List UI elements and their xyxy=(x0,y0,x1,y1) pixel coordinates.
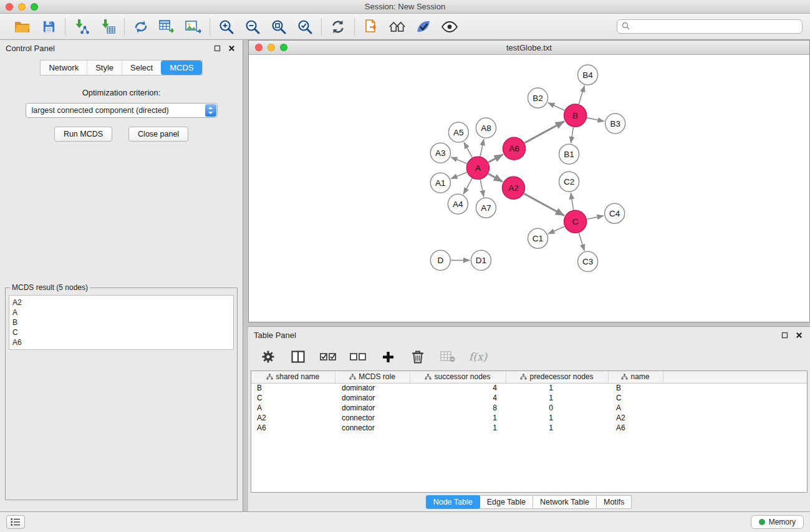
delete-table-icon[interactable] xyxy=(439,348,456,365)
result-item-b[interactable]: B xyxy=(12,317,230,327)
search-field[interactable] xyxy=(617,19,803,34)
zoom-in-icon[interactable] xyxy=(218,18,235,36)
tab-network[interactable]: Network xyxy=(41,60,87,75)
clone-network-icon[interactable] xyxy=(132,18,150,36)
result-item-a2[interactable]: A2 xyxy=(12,297,230,307)
criterion-dropdown[interactable]: largest connected component (directed) xyxy=(26,103,218,118)
table-cell[interactable]: A xyxy=(608,403,663,413)
node-A3[interactable]: A3 xyxy=(430,143,450,163)
edge-A-A3[interactable] xyxy=(451,157,467,163)
tab-network-table[interactable]: Network Table xyxy=(533,495,597,509)
table-cell[interactable]: C xyxy=(608,393,663,403)
settings-gear-icon[interactable] xyxy=(259,348,277,365)
result-item-a6[interactable]: A6 xyxy=(12,337,230,347)
tab-mcds[interactable]: MCDS xyxy=(161,60,201,75)
node-A7[interactable]: A7 xyxy=(476,198,496,218)
node-A1[interactable]: A1 xyxy=(430,173,450,193)
table-row[interactable]: A2connector11A2 xyxy=(251,413,807,423)
column-header-name[interactable]: name xyxy=(608,371,663,383)
result-item-c[interactable]: C xyxy=(12,327,230,337)
edge-C-C1[interactable] xyxy=(548,226,564,234)
node-C3[interactable]: C3 xyxy=(578,251,598,271)
close-panel-icon[interactable] xyxy=(226,42,237,54)
node-D1[interactable]: D1 xyxy=(471,250,491,270)
memory-button[interactable]: Memory xyxy=(751,515,804,529)
edge-A2-C[interactable] xyxy=(524,193,564,215)
save-icon[interactable] xyxy=(40,18,57,36)
table-cell[interactable]: dominator xyxy=(335,383,410,393)
table-row[interactable]: A6connector11A6 xyxy=(251,423,807,433)
edge-A-A5[interactable] xyxy=(464,142,472,158)
table-cell[interactable]: 1 xyxy=(506,383,608,393)
node-B2[interactable]: B2 xyxy=(528,88,547,108)
columns-icon[interactable] xyxy=(289,348,307,365)
float-panel-icon[interactable] xyxy=(211,42,223,54)
minimize-window-icon[interactable] xyxy=(18,3,26,11)
node-A2[interactable]: A2 xyxy=(502,177,524,199)
table-cell[interactable]: C xyxy=(251,393,335,403)
node-A4[interactable]: A4 xyxy=(448,194,468,214)
node-C[interactable]: C xyxy=(564,210,587,233)
table-cell[interactable]: connector xyxy=(335,423,410,433)
column-header-successor-nodes[interactable]: successor nodes xyxy=(410,371,506,383)
minimize-network-icon[interactable] xyxy=(268,44,275,51)
edge-C-C3[interactable] xyxy=(579,233,584,251)
tab-motifs[interactable]: Motifs xyxy=(596,495,632,509)
add-row-icon[interactable] xyxy=(379,348,397,365)
table-cell[interactable]: 8 xyxy=(410,403,506,413)
table-cell[interactable]: 1 xyxy=(506,423,608,433)
node-B1[interactable]: B1 xyxy=(559,144,579,164)
table-cell[interactable]: 1 xyxy=(506,393,608,403)
function-builder-icon[interactable]: f(x) xyxy=(469,351,487,363)
edge-A-A4[interactable] xyxy=(463,178,472,195)
table-cell[interactable]: 4 xyxy=(410,383,506,393)
import-table-icon[interactable] xyxy=(99,18,117,36)
node-B4[interactable]: B4 xyxy=(578,65,598,85)
close-table-panel-icon[interactable] xyxy=(793,329,804,341)
column-header-shared-name[interactable]: shared name xyxy=(251,371,335,383)
style-check-icon[interactable] xyxy=(415,18,432,36)
network-canvas[interactable]: AA6A2BCA1A3A4A5A7A8B1B2B3B4C1C2C3C4DD1 xyxy=(249,55,809,322)
node-A6[interactable]: A6 xyxy=(503,137,525,160)
table-cell[interactable]: A6 xyxy=(251,423,335,433)
table-cell[interactable]: 4 xyxy=(410,393,506,403)
close-window-icon[interactable] xyxy=(6,3,13,11)
table-row[interactable]: Bdominator41B xyxy=(251,383,807,393)
zoom-network-icon[interactable] xyxy=(280,44,287,51)
table-cell[interactable]: B xyxy=(251,383,335,393)
run-mcds-button[interactable]: Run MCDS xyxy=(54,127,112,142)
node-A8[interactable]: A8 xyxy=(476,118,496,138)
node-C1[interactable]: C1 xyxy=(528,228,547,248)
edge-B-B3[interactable] xyxy=(587,118,604,122)
table-cell[interactable]: 0 xyxy=(506,403,608,413)
edge-B-B4[interactable] xyxy=(579,85,584,104)
export-image-icon[interactable] xyxy=(185,18,202,36)
table-cell[interactable]: A2 xyxy=(608,413,663,423)
zoom-out-icon[interactable] xyxy=(244,18,261,36)
edge-A-A6[interactable] xyxy=(488,155,503,163)
tab-select[interactable]: Select xyxy=(122,60,161,75)
node-C4[interactable]: C4 xyxy=(605,203,625,223)
table-cell[interactable]: A xyxy=(251,403,335,413)
deselect-all-icon[interactable] xyxy=(349,348,367,365)
table-cell[interactable]: A6 xyxy=(608,423,663,433)
edge-A-A7[interactable] xyxy=(480,180,484,197)
node-C2[interactable]: C2 xyxy=(559,172,579,191)
node-D[interactable]: D xyxy=(430,250,450,270)
home-icon[interactable] xyxy=(388,18,406,36)
tab-edge-table[interactable]: Edge Table xyxy=(480,495,533,509)
edge-A-A8[interactable] xyxy=(480,139,484,157)
table-cell[interactable]: B xyxy=(608,383,663,393)
task-history-button[interactable] xyxy=(6,515,25,529)
result-item-a[interactable]: A xyxy=(12,307,230,317)
network-from-table-icon[interactable] xyxy=(158,18,176,36)
zoom-selected-icon[interactable] xyxy=(296,18,314,36)
tab-style[interactable]: Style xyxy=(87,60,122,75)
search-input[interactable] xyxy=(633,22,798,31)
float-table-panel-icon[interactable] xyxy=(779,329,790,341)
table-row[interactable]: Adominator80A xyxy=(251,403,807,413)
node-A5[interactable]: A5 xyxy=(448,122,468,142)
node-A[interactable]: A xyxy=(466,157,489,179)
table-row[interactable]: Cdominator41C xyxy=(251,393,807,403)
edge-A6-B[interactable] xyxy=(524,122,564,143)
